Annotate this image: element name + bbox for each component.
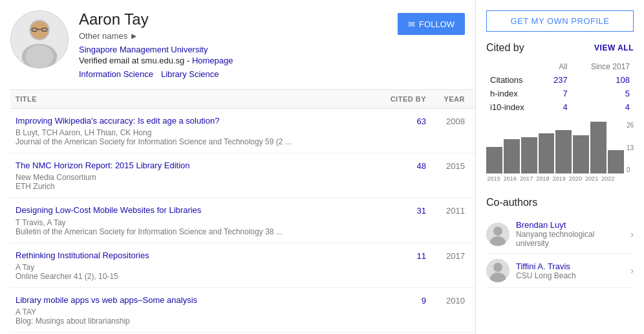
- chart-x-label: 2022: [601, 175, 616, 182]
- coauthor-item[interactable]: Tiffini A. Travis CSU Long Beach ›: [486, 254, 634, 288]
- chart-y-max: 26: [627, 122, 634, 129]
- paper-journal: Blog: Musings about librarianship: [16, 317, 374, 326]
- svg-point-12: [493, 263, 502, 272]
- paper-journal: Online Searcher 41 (2), 10-15: [16, 272, 374, 281]
- paper-year: 2010: [426, 295, 465, 306]
- chart-bar: [573, 135, 589, 173]
- paper-year: 2008: [426, 115, 465, 126]
- stats-row: i10-index 4 4: [486, 100, 634, 114]
- cited-by-header: Cited by VIEW ALL: [486, 42, 634, 54]
- verified-email-row: Verified email at smu.edu.sg - Homepage: [79, 56, 387, 65]
- paper-content: Library mobile apps vs web apps–Some ana…: [16, 295, 374, 326]
- coauthor-name: Brendan Luyt: [516, 220, 628, 230]
- coauthor-avatar: [486, 223, 510, 246]
- paper-year: 2017: [426, 250, 465, 261]
- profile-info: Aaron Tay Other names ► Singapore Manage…: [79, 10, 387, 79]
- table-row: Library mobile apps vs web apps–Some ana…: [10, 288, 475, 333]
- chart: [486, 122, 624, 173]
- paper-title[interactable]: Designing Low-Cost Mobile Websites for L…: [16, 205, 201, 215]
- paper-content: Rethinking Institutional Repositories A …: [16, 250, 374, 281]
- view-all-link[interactable]: VIEW ALL: [594, 43, 634, 52]
- paper-year: 2011: [426, 205, 465, 216]
- chart-bar: [555, 130, 572, 173]
- left-panel: Aaron Tay Other names ► Singapore Manage…: [0, 0, 476, 334]
- coauthor-item[interactable]: Brendan Luyt Nanyang technological unive…: [486, 215, 634, 254]
- coauthor-info: Tiffini A. Travis CSU Long Beach: [516, 262, 628, 280]
- affiliation-link[interactable]: Singapore Management University: [79, 45, 208, 54]
- paper-authors: New Media Consortium: [16, 173, 374, 182]
- paper-title[interactable]: Improving Wikipedia's accuracy: Is edit …: [16, 116, 219, 126]
- chart-x-label: 2015: [486, 175, 501, 182]
- table-row: Improving Wikipedia's accuracy: Is edit …: [10, 109, 475, 153]
- stat-all: 237: [542, 73, 572, 87]
- homepage-link[interactable]: Homepage: [192, 56, 233, 65]
- chart-x-label: 2016: [502, 175, 517, 182]
- tag-library-science[interactable]: Library Science: [161, 69, 219, 79]
- paper-cited-count[interactable]: 63: [374, 115, 426, 126]
- chart-bar: [590, 122, 606, 173]
- paper-content: The NMC Horizon Report: 2015 Library Edi…: [16, 160, 374, 191]
- coauthors-title: Co-authors: [486, 197, 537, 208]
- paper-content: Improving Wikipedia's accuracy: Is edit …: [16, 115, 374, 146]
- profile-name: Aaron Tay: [79, 10, 387, 28]
- get-profile-button[interactable]: GET MY OWN PROFILE: [486, 10, 634, 32]
- table-row: Designing Low-Cost Mobile Websites for L…: [10, 198, 475, 243]
- stats-col-since: Since 2017: [572, 60, 634, 73]
- stats-col-empty: [486, 60, 542, 73]
- chart-x-label: 2018: [535, 175, 550, 182]
- stat-since: 4: [572, 100, 634, 114]
- coauthor-affiliation: CSU Long Beach: [516, 271, 628, 280]
- affiliation-row: Singapore Management University: [79, 45, 387, 54]
- coauthors-header: Co-authors: [486, 197, 634, 208]
- chevron-right-icon: ›: [630, 229, 634, 239]
- chart-x-labels: 20152016201720182019202020212022: [486, 175, 634, 182]
- paper-cited-count[interactable]: 9: [374, 295, 426, 306]
- paper-title[interactable]: Library mobile apps vs web apps–Some ana…: [16, 295, 197, 305]
- other-names-link[interactable]: Other names ►: [79, 31, 138, 41]
- chart-bar: [608, 150, 624, 173]
- paper-journal: Bulletin of the American Society for Inf…: [16, 227, 374, 236]
- stat-since: 108: [572, 73, 634, 87]
- stats-table-body: Citations 237 108 h-index 7 5 i10-index …: [486, 73, 634, 114]
- papers-section: TITLE CITED BY YEAR Improving Wikipedia'…: [10, 89, 475, 334]
- paper-cited-count[interactable]: 11: [374, 250, 426, 261]
- paper-journal: Journal of the American Society for Info…: [16, 137, 374, 146]
- stats-row: Citations 237 108: [486, 73, 634, 87]
- coauthor-name: Tiffini A. Travis: [516, 262, 628, 271]
- chart-container: 26 13 0 20152016201720182019202020212022: [486, 122, 634, 186]
- papers-list: Improving Wikipedia's accuracy: Is edit …: [10, 109, 475, 334]
- main-container: Aaron Tay Other names ► Singapore Manage…: [0, 0, 644, 334]
- paper-authors: T Travis, A Tay: [16, 218, 374, 227]
- svg-point-3: [25, 45, 53, 68]
- col-title-header: TITLE: [16, 95, 374, 103]
- chart-y-min: 0: [627, 166, 634, 173]
- avatar-image: [11, 10, 68, 69]
- col-cited-header: CITED BY: [374, 95, 426, 103]
- chart-bar: [486, 147, 502, 173]
- chart-bar: [521, 137, 537, 173]
- chart-x-label: 2017: [519, 175, 534, 182]
- avatar: [10, 10, 69, 69]
- paper-cited-count[interactable]: 31: [374, 205, 426, 216]
- chart-bar: [504, 139, 520, 173]
- coauthor-info: Brendan Luyt Nanyang technological unive…: [516, 220, 628, 248]
- paper-title[interactable]: Rethinking Institutional Repositories: [16, 251, 149, 260]
- coauthors-list: Brendan Luyt Nanyang technological unive…: [486, 215, 634, 288]
- svg-point-4: [30, 21, 48, 39]
- stat-all: 7: [542, 87, 572, 100]
- follow-icon: ✉: [408, 19, 415, 29]
- paper-authors: A TAY: [16, 307, 374, 317]
- tag-information-science[interactable]: Information Science: [79, 69, 153, 79]
- paper-title[interactable]: The NMC Horizon Report: 2015 Library Edi…: [16, 161, 190, 170]
- paper-cited-count[interactable]: 48: [374, 160, 426, 171]
- chart-y-mid: 13: [627, 144, 634, 151]
- avatar-wrapper: [10, 10, 69, 75]
- table-row: The NMC Horizon Report: 2015 Library Edi…: [10, 153, 475, 198]
- table-row: Rethinking Institutional Repositories A …: [10, 243, 475, 288]
- stat-all: 4: [542, 100, 572, 114]
- follow-button[interactable]: ✉ FOLLOW: [398, 13, 465, 35]
- paper-authors: A Tay: [16, 263, 374, 272]
- chart-x-label: 2019: [552, 175, 566, 182]
- tags-row: Information Science Library Science: [79, 69, 387, 79]
- right-panel: GET MY OWN PROFILE Cited by VIEW ALL All…: [476, 0, 644, 334]
